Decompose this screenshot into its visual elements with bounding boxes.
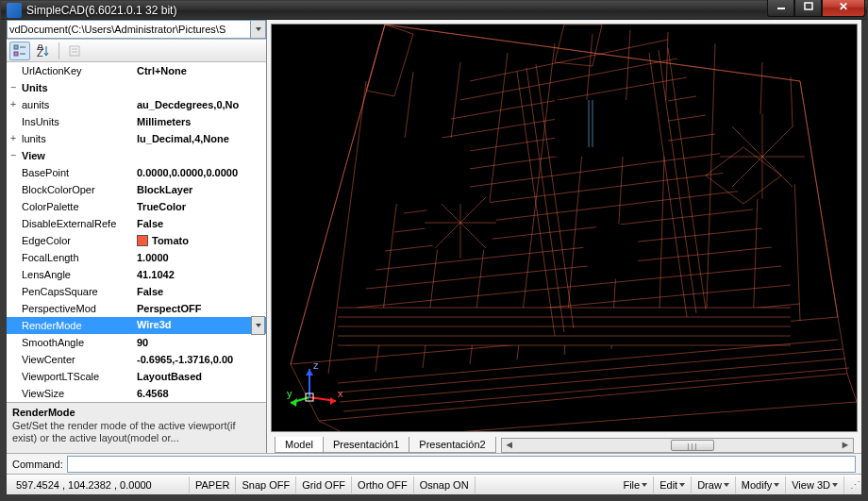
expand-toggle-icon[interactable]: + [7, 130, 20, 147]
property-value[interactable]: -0.6965,-1.3716,0.00 [135, 351, 266, 368]
expand-toggle-icon[interactable]: − [7, 147, 20, 164]
property-value[interactable]: False [135, 215, 266, 232]
property-name: RenderMode [20, 317, 135, 334]
property-value[interactable]: BlockLayer [135, 181, 266, 198]
property-value[interactable]: 6.4568 [135, 385, 266, 402]
scrollbar-thumb[interactable]: ||| [671, 440, 714, 451]
property-row[interactable]: ViewCenter-0.6965,-1.3716,0.00 [7, 351, 266, 368]
status-toggle[interactable]: Snap OFF [236, 476, 296, 493]
property-name: FocalLength [20, 249, 135, 266]
wireframe-model [272, 25, 857, 432]
chevron-down-icon [642, 483, 647, 487]
property-name: ViewportLTScale [20, 368, 135, 385]
property-pages-button[interactable] [64, 42, 85, 60]
menu-edit[interactable]: Edit [654, 476, 692, 493]
layout-tab[interactable]: Model [275, 437, 324, 453]
svg-marker-26 [330, 397, 336, 405]
property-value[interactable]: PerspectOFF [135, 300, 266, 317]
app-window: SimpleCAD(6.6021.0.1 32 bit) ✕ AZ [0, 0, 868, 501]
menu-view3d[interactable]: View 3D [786, 476, 844, 493]
property-value[interactable]: 0.0000,0.0000,0.0000 [135, 164, 266, 181]
title-bar[interactable]: SimpleCAD(6.6021.0.1 32 bit) ✕ [1, 1, 867, 20]
document-dropdown-icon[interactable] [251, 20, 266, 39]
scroll-right-icon[interactable]: ► [838, 439, 853, 452]
property-row[interactable]: UrlActionKeyCtrl+None [7, 62, 266, 79]
layout-tab[interactable]: Presentación2 [409, 437, 495, 453]
property-row[interactable]: +lunitslu_Decimal,4,None [7, 130, 266, 147]
svg-point-17 [594, 234, 628, 268]
dropdown-icon[interactable] [251, 316, 265, 335]
menu-label: Edit [659, 476, 677, 493]
property-name: BasePoint [20, 164, 135, 181]
property-name: lunits [20, 130, 135, 147]
property-row[interactable]: ViewSize6.4568 [7, 385, 266, 402]
color-swatch-icon [137, 235, 148, 246]
command-label: Command: [12, 459, 63, 470]
property-value[interactable]: TrueColor [135, 198, 266, 215]
command-input[interactable] [67, 456, 856, 473]
property-value[interactable]: Millimeters [135, 113, 266, 130]
expand-toggle-icon[interactable]: − [7, 79, 20, 96]
property-value[interactable]: Tomato [135, 232, 266, 249]
property-row[interactable]: BlockColorOperBlockLayer [7, 181, 266, 198]
svg-marker-30 [306, 369, 313, 376]
status-toggle[interactable]: Osnap ON [414, 476, 476, 493]
chevron-down-icon [832, 483, 838, 487]
menu-file[interactable]: File [617, 476, 654, 493]
chevron-down-icon [679, 483, 685, 487]
maximize-button[interactable] [794, 0, 822, 17]
property-name: ColorPalette [20, 198, 135, 215]
property-value[interactable]: 1.0000 [135, 249, 266, 266]
property-row[interactable]: FocalLength1.0000 [7, 249, 266, 266]
close-button[interactable]: ✕ [822, 0, 865, 17]
property-name: BlockColorOper [20, 181, 135, 198]
property-value[interactable]: False [135, 283, 266, 300]
property-row[interactable]: BasePoint0.0000,0.0000,0.0000 [7, 164, 266, 181]
property-value[interactable]: 41.1042 [135, 266, 266, 283]
scroll-left-icon[interactable]: ◄ [502, 439, 517, 452]
menu-draw[interactable]: Draw [692, 476, 736, 493]
svg-rect-19 [394, 145, 460, 196]
menu-label: Draw [697, 476, 722, 493]
alphabetical-button[interactable]: AZ [33, 42, 54, 60]
property-row[interactable]: −Units [7, 79, 266, 96]
property-row[interactable]: −View [7, 147, 266, 164]
viewport-3d[interactable]: x y z [271, 24, 858, 432]
layout-tab[interactable]: Presentación1 [323, 437, 409, 453]
menu-modify[interactable]: Modify [736, 476, 786, 493]
property-value[interactable]: lu_Decimal,4,None [135, 130, 266, 147]
resize-grip-icon[interactable]: ⋰ [844, 476, 858, 493]
status-toggle[interactable]: PAPER [190, 476, 236, 493]
property-row[interactable]: EdgeColorTomato [7, 232, 266, 249]
status-toggle[interactable]: Grid OFF [296, 476, 352, 493]
property-row[interactable]: RenderModeWire3d [7, 317, 266, 334]
property-value[interactable]: Ctrl+None [135, 62, 266, 79]
status-coords: 597.4524 , 104.2382 , 0.0000 [10, 476, 190, 493]
property-row[interactable]: InsUnitsMillimeters [7, 113, 266, 130]
chevron-down-icon [724, 483, 729, 487]
property-row[interactable]: LensAngle41.1042 [7, 266, 266, 283]
document-selector[interactable] [7, 20, 266, 40]
property-grid[interactable]: UrlActionKeyCtrl+None−Units+aunitsau_Dec… [7, 62, 266, 402]
property-row[interactable]: SmoothAngle90 [7, 334, 266, 351]
property-value[interactable]: LayoutBased [135, 368, 266, 385]
property-row[interactable]: ViewportLTScaleLayoutBased [7, 368, 266, 385]
categorized-button[interactable] [9, 42, 30, 60]
property-row[interactable]: PerspectiveModPerspectOFF [7, 300, 266, 317]
horizontal-scrollbar[interactable]: ◄ ||| ► [501, 438, 854, 453]
document-path-input[interactable] [7, 20, 251, 39]
status-toggle[interactable]: Ortho OFF [352, 476, 414, 493]
property-row[interactable]: PenCapsSquareFalse [7, 283, 266, 300]
property-value[interactable]: 90 [135, 334, 266, 351]
property-value[interactable]: au_Decdegrees,0,No [135, 96, 266, 113]
expand-toggle-icon[interactable]: + [7, 96, 20, 113]
property-row[interactable]: +aunitsau_Decdegrees,0,No [7, 96, 266, 113]
property-value[interactable]: Wire3d [135, 316, 266, 335]
property-name: ViewSize [20, 385, 135, 402]
property-row[interactable]: DisableExternalRefeFalse [7, 215, 266, 232]
property-name: EdgeColor [20, 232, 135, 249]
minimize-button[interactable] [767, 0, 794, 17]
property-row[interactable]: ColorPaletteTrueColor [7, 198, 266, 215]
property-name: UrlActionKey [20, 62, 135, 79]
property-name: PerspectiveMod [20, 300, 135, 317]
